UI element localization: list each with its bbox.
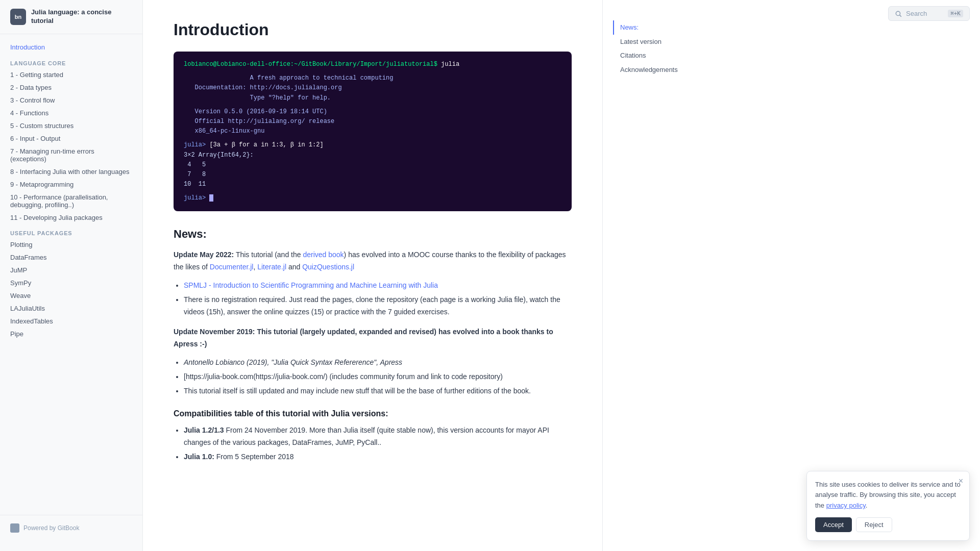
sidebar-header: bn Julia language: a concise tutorial [0,0,142,34]
sidebar-item-input-output[interactable]: 6 - Input - Output [0,132,142,145]
compat-list: Julia 1.2/1.3 From 24 November 2019. Mor… [184,424,572,463]
app-title: Julia language: a concise tutorial [31,8,132,26]
compat-section-title: Compatibilities table of this tutorial w… [174,409,572,418]
sidebar-item-sympy[interactable]: SymPy [0,277,142,289]
sidebar-item-jump[interactable]: JuMP [0,264,142,277]
sidebar-item-metaprogramming[interactable]: 9 - Metaprogramming [0,178,142,191]
news-bullets-2019: Antonello Lobianco (2019), "Julia Quick … [184,357,572,397]
terminal-output-4: 10 11 [184,180,561,189]
toc-item-citations[interactable]: Citations [613,48,694,63]
terminal-line-6: x86_64-pc-linux-gnu [184,127,561,136]
sidebar-item-introduction[interactable]: Introduction [0,40,142,54]
sidebar-item-control-flow[interactable]: 3 - Control flow [0,94,142,107]
derived-book-link[interactable]: derived book [303,251,344,259]
documenterjl-link[interactable]: Documenter.jl [210,263,254,271]
terminal-line-5: Official http://julialang.org/ release [184,117,561,127]
sidebar-section-useful-packages: Useful Packages [0,224,142,238]
sidebar-item-custom-structures[interactable]: 5 - Custom structures [0,119,142,132]
cookie-close-button[interactable]: × [959,477,963,486]
terminal-line-1: A fresh approach to technical computing [184,73,561,83]
svg-line-1 [900,15,901,16]
cookie-buttons: Accept Reject [815,517,961,532]
sidebar: bn Julia language: a concise tutorial In… [0,0,143,551]
news-bullet-noreg: There is no registration required. Just … [184,294,572,318]
sidebar-item-dataframes[interactable]: DataFrames [0,251,142,264]
terminal-prompt-line: lobianco@Lobianco-dell-office:~/GitBook/… [184,60,561,69]
sidebar-item-weave[interactable]: Weave [0,289,142,302]
compat-julia-1-2-1-3: Julia 1.2/1.3 From 24 November 2019. Mor… [184,424,572,449]
news-update-2019: Update November 2019: This tutorial (lar… [174,326,572,350]
terminal-content: lobianco@Lobianco-dell-office:~/GitBook/… [174,52,572,211]
sidebar-item-exceptions[interactable]: 7 - Managing run-time errors (exceptions… [0,145,142,165]
terminal-output-2: 4 5 [184,160,561,170]
sidebar-item-plotting[interactable]: Plotting [0,238,142,251]
search-placeholder: Search [906,10,944,17]
right-toc: News: Latest version Citations Acknowled… [602,0,704,551]
svg-point-0 [896,11,900,15]
terminal-block: lobianco@Lobianco-dell-office:~/GitBook/… [174,52,572,211]
logo-icon: bn [10,9,26,25]
literatejl-link[interactable]: Literate.jl [257,263,286,271]
sidebar-item-indexedtables[interactable]: IndexedTables [0,315,142,328]
gitbook-icon [10,523,19,533]
terminal-julia-prompt-2: julia> _ [184,193,561,203]
terminal-julia-prompt: julia> [3a + β for a in 1:3, β in 1:2] [184,140,561,150]
content-wrapper: Search ⌘+K Introduction lobianco@Lobianc… [143,0,980,551]
news-section-title: News: [174,228,572,241]
terminal-output-3: 7 8 [184,170,561,180]
sidebar-item-functions[interactable]: 4 - Functions [0,107,142,119]
news-update-2022: Update May 2022: This tutorial (and the … [174,249,572,273]
toc-item-acknowledgements[interactable]: Acknowledgements [613,63,694,77]
sidebar-item-interfacing[interactable]: 8 - Interfacing Julia with other languag… [0,165,142,178]
news-bullet-tutorial: This tutorial itself is still updated an… [184,385,572,397]
toc-item-news[interactable]: News: [613,20,694,35]
toc-item-latest-version[interactable]: Latest version [613,35,694,49]
sidebar-section-language-core: Language Core [0,54,142,68]
sidebar-footer: Powered by GitBook [0,515,142,541]
update-2019-label: Update November 2019: This tutorial (lar… [174,328,553,348]
cookie-banner: × This site uses cookies to deliver its … [806,471,970,541]
terminal-output-1: 3×2 Array{Int64,2}: [184,151,561,160]
news-bullet-book: Antonello Lobianco (2019), "Julia Quick … [184,357,572,369]
compat-julia-1-0: Julia 1.0: From 5 September 2018 [184,451,572,463]
terminal-command: julia [437,61,459,68]
page-title: Introduction [174,20,572,39]
terminal-prompt: lobianco@Lobianco-dell-office:~/GitBook/… [184,61,437,68]
search-icon [895,10,902,17]
terminal-line-4: Version 0.5.0 (2016-09-19 18:14 UTC) [184,107,561,117]
accept-button[interactable]: Accept [815,517,852,532]
sidebar-item-data-types[interactable]: 2 - Data types [0,81,142,94]
news-bullet-spmlj: SPMLJ - Introduction to Scientific Progr… [184,280,572,292]
terminal-line-2: Documentation: http://docs.julialang.org [184,83,561,93]
main-content: Introduction lobianco@Lobianco-dell-offi… [143,0,602,551]
search-shortcut: ⌘+K [948,10,963,17]
sidebar-item-developing-packages[interactable]: 11 - Developing Julia packages [0,211,142,224]
sidebar-item-lajuliautils[interactable]: LAJuliaUtils [0,302,142,315]
sidebar-item-getting-started[interactable]: 1 - Getting started [0,68,142,81]
news-bullet-url: [https://julia-book.com(https://julia-bo… [184,371,572,383]
privacy-policy-link[interactable]: privacy policy [826,502,866,509]
julia-version-label-1: Julia 1.2/1.3 [184,426,224,434]
powered-by-label: Powered by GitBook [23,524,79,532]
cookie-text: This site uses cookies to deliver its se… [815,480,961,511]
spmlj-link[interactable]: SPMLJ - Introduction to Scientific Progr… [184,281,438,289]
sidebar-item-performance[interactable]: 10 - Performance (parallelisation, debug… [0,191,142,211]
quizquestions-link[interactable]: QuizQuestions.jl [302,263,354,271]
julia-version-label-2: Julia 1.0: [184,453,214,461]
sidebar-item-pipe[interactable]: Pipe [0,328,142,340]
terminal-line-3: Type "?help" for help. [184,93,561,103]
sidebar-nav: Introduction Language Core 1 - Getting s… [0,34,142,346]
reject-button[interactable]: Reject [856,517,892,532]
search-bar[interactable]: Search ⌘+K [888,6,970,21]
update-2022-label: Update May 2022: [174,251,234,259]
news-bullets-2022: SPMLJ - Introduction to Scientific Progr… [184,280,572,318]
